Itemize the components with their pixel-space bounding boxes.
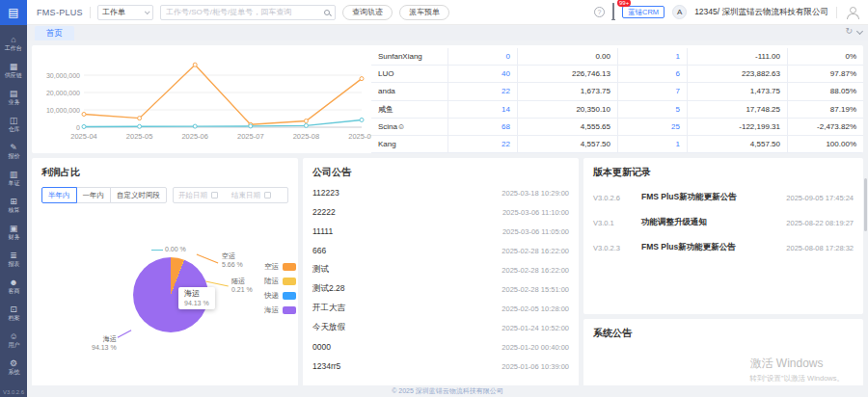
notice-title[interactable]: 11111	[312, 226, 333, 236]
table-row[interactable]: Scina☺ 68 4,555.65 25 -122,199.31 -2,473…	[371, 119, 863, 136]
svg-text:20,000,000: 20,000,000	[46, 90, 80, 96]
app-logo[interactable]: ▤	[0, 0, 27, 25]
cell-count-1[interactable]: 22	[448, 83, 518, 99]
sidebar-item-icon: ▥	[10, 171, 18, 179]
filter-half-year[interactable]: 半年内	[41, 187, 77, 203]
cell-count-1[interactable]: 40	[448, 66, 518, 82]
version-row[interactable]: V3.0.2.3 FMS Plus新功能更新公告 2025-08-08 17:2…	[593, 235, 854, 260]
version-row[interactable]: V3.0.1 功能调整升级通知 2025-08-22 08:19:27	[593, 210, 854, 235]
notice-row[interactable]: 666 2025-02-28 16:22:00	[312, 241, 569, 260]
table-row[interactable]: Kang 22 4,557.50 1 4,557.50 100.00%	[371, 136, 863, 153]
cell-count-1[interactable]: 0	[448, 48, 518, 65]
chevron-down-icon[interactable]	[856, 28, 863, 35]
cell-count-1[interactable]: 22	[448, 136, 518, 152]
search-type-select[interactable]: 工作单	[97, 5, 153, 20]
section-title-version: 版本更新记录	[593, 166, 854, 179]
notice-row[interactable]: 1234rr5 2025-01-06 10:39:00	[312, 357, 569, 376]
avatar[interactable]: A	[672, 5, 687, 19]
legend-item[interactable]: 陆运	[264, 277, 296, 286]
svg-text:2025-07: 2025-07	[237, 132, 264, 141]
page-scrollbar[interactable]	[864, 178, 867, 231]
version-title[interactable]: FMS PluS新功能更新公告	[641, 192, 778, 203]
notice-row[interactable]: 11111 2025-03-06 11:05:00	[312, 222, 569, 241]
notification-bell[interactable]: 99+	[612, 4, 614, 21]
sidebar-item[interactable]: ⊞ 核算	[0, 192, 27, 219]
notice-title[interactable]: 今天放假	[312, 322, 345, 333]
bell-icon	[612, 3, 614, 20]
cell-count-1[interactable]: 68	[448, 119, 518, 135]
sidebar-item[interactable]: ⊡ 档案	[0, 300, 27, 327]
notice-title[interactable]: 测试2.28	[312, 283, 345, 295]
help-icon[interactable]: ?	[594, 7, 605, 17]
table-row[interactable]: LUO 40 226,746.13 6 223,882.63 97.87%	[371, 66, 863, 83]
sidebar-item[interactable]: ☺ 用户	[0, 327, 27, 354]
sidebar-item-label: 报价	[8, 153, 19, 159]
version-row[interactable]: V3.0.2.6 FMS PluS新功能更新公告 2025-09-05 17:4…	[593, 185, 854, 210]
sidebar-item[interactable]: ⌂ 工作台	[0, 30, 27, 57]
notice-row[interactable]: 22222 2025-03-06 11:10:00	[312, 202, 569, 222]
version-title[interactable]: FMS Plus新功能更新公告	[641, 242, 778, 253]
legend-item[interactable]: 快递	[264, 291, 296, 301]
preorder-button[interactable]: 派车预单	[399, 5, 449, 20]
legend-item[interactable]: 空运	[264, 262, 296, 272]
notice-row[interactable]: 开工大吉 2025-02-05 10:28:00	[312, 299, 569, 318]
notice-row[interactable]: 0000 2025-01-20 00:40:00	[312, 337, 569, 357]
cell-count-2[interactable]: 6	[618, 66, 688, 82]
date-range-picker[interactable]: 开始日期 结束日期	[173, 187, 288, 203]
cell-name: anda	[371, 83, 448, 99]
cell-count-2[interactable]: 1	[618, 136, 688, 152]
notice-row[interactable]: 112223 2025-03-18 10:29:00	[312, 183, 569, 202]
sidebar-item[interactable]: ⚙ 系统	[0, 354, 27, 381]
notice-row[interactable]: 测试2.28 2025-02-28 15:51:00	[312, 279, 569, 299]
sidebar-item[interactable]: ✎ 报价	[0, 138, 27, 165]
legend-item[interactable]: 海运	[264, 305, 296, 315]
table-row[interactable]: 咸鱼 14 20,350.10 5 17,748.25 87.19%	[371, 101, 863, 119]
crm-switch-button[interactable]: 蓝锚CRM	[622, 6, 665, 18]
section-title-system-notice: 系统公告	[593, 327, 854, 340]
sidebar-item[interactable]: ▥ 单证	[0, 165, 27, 192]
sidebar: ▤ ⌂ 工作台 ▦ 供应链 ▤ 业务 ◫ 仓库 ✎	[0, 0, 27, 397]
version-date: 2025-09-05 17:45:24	[786, 194, 854, 202]
notice-title[interactable]: 112223	[312, 188, 339, 198]
track-query-button[interactable]: 查询轨迹	[342, 5, 393, 20]
sidebar-item[interactable]: ☻ 客商	[0, 273, 27, 300]
cell-count-2[interactable]: 7	[618, 83, 688, 99]
calendar-icon	[264, 192, 271, 198]
sidebar-item[interactable]: ▤ 业务	[0, 84, 27, 111]
table-row[interactable]: anda 22 1,673.75 7 1,473.75 88.05%	[371, 83, 863, 100]
notice-title[interactable]: 开工大吉	[312, 303, 345, 314]
pie-label-express: 0.00 %	[165, 246, 186, 254]
cell-count-1[interactable]: 14	[448, 101, 518, 118]
notice-title[interactable]: 0000	[312, 342, 331, 352]
filter-custom-range[interactable]: 自定义时间段	[110, 187, 167, 203]
callout-line-express	[151, 250, 163, 251]
search-input[interactable]	[166, 8, 324, 16]
user-icon[interactable]	[845, 6, 858, 19]
refresh-icon[interactable]: ↻	[845, 27, 853, 36]
cell-count-2[interactable]: 1	[618, 48, 688, 65]
notice-title[interactable]: 22222	[312, 207, 336, 217]
notice-title[interactable]: 测试	[312, 264, 329, 276]
notice-title[interactable]: 666	[312, 246, 326, 255]
filter-one-year[interactable]: 一年内	[76, 187, 112, 203]
cell-amount-1: 226,746.13	[518, 66, 618, 82]
notice-row[interactable]: 今天放假 2025-01-24 10:52:00	[312, 318, 569, 337]
cell-amount-2: 17,748.25	[688, 101, 788, 118]
version-title[interactable]: 功能调整升级通知	[641, 217, 778, 228]
sidebar-item[interactable]: ▣ 财务	[0, 219, 27, 246]
search-icon[interactable]	[324, 10, 330, 15]
legend-swatch	[283, 306, 296, 314]
svg-text:30,000,000: 30,000,000	[46, 72, 80, 79]
sidebar-item-label: 核算	[8, 207, 19, 213]
sidebar-item-label: 工作台	[5, 45, 22, 51]
table-row[interactable]: SunfanXiang 0 0.00 1 -111.00 0%	[371, 48, 863, 66]
cell-count-2[interactable]: 25	[618, 119, 688, 135]
cell-count-2[interactable]: 5	[618, 101, 688, 118]
sidebar-item[interactable]: ≣ 报表	[0, 246, 27, 273]
sidebar-item[interactable]: ◫ 仓库	[0, 111, 27, 138]
notice-row[interactable]: 测试 2025-02-28 16:22:00	[312, 260, 569, 279]
tab-home[interactable]: 首页	[35, 26, 74, 40]
sidebar-item[interactable]: ▦ 供应链	[0, 57, 27, 84]
notice-title[interactable]: 1234rr5	[312, 361, 340, 371]
company-notice-list: 112223 2025-03-18 10:29:00 22222 2025-03…	[312, 183, 569, 376]
